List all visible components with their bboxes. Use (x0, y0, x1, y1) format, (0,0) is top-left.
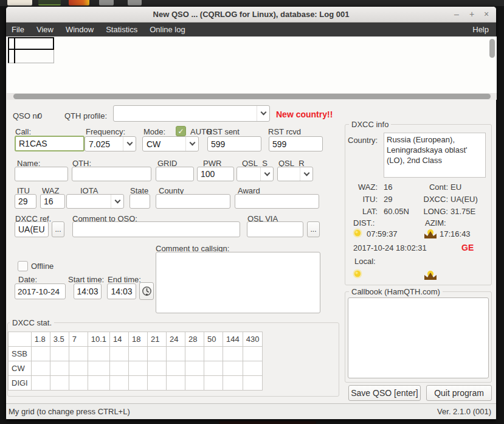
county-input[interactable] (156, 194, 230, 209)
clock-icon (142, 286, 152, 296)
save-qso-button[interactable]: Save QSO [enter] (348, 385, 421, 401)
qsl-s-combobox[interactable] (236, 167, 274, 181)
rst-sent-input[interactable] (207, 136, 261, 151)
log-grid-area[interactable] (7, 36, 497, 93)
menu-item-window[interactable]: Window (66, 25, 94, 34)
comment-qso-input[interactable] (72, 221, 240, 237)
stat-cell (204, 376, 223, 391)
h-scroll-thumb[interactable] (13, 94, 491, 99)
taskbar-icon-3[interactable] (69, 0, 89, 5)
mode-combobox[interactable]: CW (142, 136, 199, 151)
itu-input[interactable] (15, 194, 36, 209)
status-left: My grid (to change press CTRL+L) (6, 407, 130, 416)
waz-input[interactable] (40, 194, 65, 209)
dxcc-stat-title: DXCC stat. (10, 318, 54, 327)
menu-item-help[interactable]: Help (472, 25, 489, 34)
horizontal-scrollbar[interactable] (7, 93, 497, 100)
maximize-button[interactable]: + (466, 9, 477, 20)
waz-info-value: 16 (384, 182, 392, 192)
start-time-input[interactable] (74, 283, 102, 299)
qso-nr-label: QSO nr. (13, 111, 41, 120)
stat-cell (69, 376, 88, 391)
titlebar[interactable]: New QSO ... (CQRLOG for Linux), database… (6, 7, 496, 23)
waz-info-label: WAZ: (341, 182, 378, 192)
stat-cell (88, 361, 109, 376)
pwr-input[interactable] (197, 167, 234, 181)
offline-checkbox[interactable]: ✓ (18, 261, 28, 271)
minimize-button[interactable]: – (451, 9, 462, 20)
stat-cell (88, 376, 109, 391)
qth-input[interactable] (72, 167, 151, 181)
stat-cell (243, 361, 263, 376)
stat-cell (110, 347, 129, 361)
grid-input[interactable] (156, 167, 194, 181)
frequency-label: Frequency: (86, 127, 125, 136)
menu-item-view[interactable]: View (36, 25, 54, 34)
close-button[interactable]: × (481, 9, 492, 20)
band-header: 14 (110, 332, 129, 347)
lat-label: LAT: (341, 207, 378, 216)
stat-cell (110, 376, 129, 391)
status-right: Ver. 2.1.0 (001) (437, 407, 496, 416)
name-input[interactable] (15, 167, 68, 181)
stat-cell (69, 347, 88, 361)
time-picker-button[interactable] (139, 282, 154, 300)
itu-info-value: 29 (384, 195, 392, 204)
qsl-via-input[interactable] (247, 221, 303, 237)
country-box: Russia (European), Leningradskaya oblast… (384, 133, 486, 178)
end-time-input[interactable] (107, 283, 136, 299)
stat-cell (185, 361, 204, 376)
auto-checkbox[interactable]: ✓ (176, 126, 186, 136)
country-label: Country: (348, 136, 378, 145)
stat-cell (50, 376, 69, 391)
statusbar: My grid (to change press CTRL+L) Ver. 2.… (6, 403, 496, 419)
comment-callsign-textarea[interactable] (156, 252, 320, 313)
date-label: Date: (18, 275, 37, 284)
band-header: 3.5 (50, 332, 69, 347)
menu-item-file[interactable]: File (12, 25, 24, 34)
date-input[interactable] (15, 283, 66, 299)
stat-cell (50, 347, 69, 361)
quit-program-button[interactable]: Quit program (426, 385, 492, 401)
stat-cell (129, 376, 148, 391)
stat-cell (129, 347, 148, 361)
qsl-r-combobox[interactable] (277, 167, 313, 181)
lat-value: 60.05N (384, 207, 409, 216)
local-sunrise-icon (352, 268, 363, 279)
menu-item-statistics[interactable]: Statistics (106, 25, 137, 34)
qth-profile-combobox[interactable] (113, 105, 270, 122)
sunset-time: 17:16:43 (440, 229, 471, 238)
dxcc-info-title: DXCC info (349, 120, 391, 129)
iota-combobox[interactable] (66, 194, 124, 209)
dxcc-ref-input[interactable] (15, 221, 49, 237)
stat-cell (243, 376, 263, 391)
long-label: LONG: (412, 207, 448, 216)
stat-cell (31, 361, 50, 376)
frequency-combobox[interactable]: 7.025 (85, 136, 136, 151)
state-input[interactable] (129, 194, 150, 209)
call-input[interactable] (15, 136, 85, 151)
dxcc-label: DXCC: (412, 195, 448, 204)
stat-cell (110, 361, 129, 376)
stat-cell (31, 347, 50, 361)
flag-code: GE (461, 243, 474, 252)
stat-cell (243, 347, 263, 361)
rst-rcvd-label: RST rcvd (268, 127, 301, 136)
award-input[interactable] (235, 194, 319, 209)
taskbar-icon-4[interactable] (99, 0, 114, 5)
callbook-title: Callbook (HamQTH.com) (349, 287, 443, 296)
chevron-down-icon (185, 137, 198, 151)
qsl-via-browse-button[interactable]: ... (307, 221, 320, 237)
vertical-scrollbar[interactable] (489, 39, 495, 58)
chevron-down-icon (123, 137, 136, 151)
check-icon: ✓ (178, 128, 184, 135)
mode-header: SSB (9, 347, 32, 361)
taskbar-icon-2[interactable] (38, 0, 61, 5)
dist-label: DIST.: (353, 218, 375, 228)
taskbar-icon-1[interactable] (7, 0, 32, 5)
dxcc-ref-browse-button[interactable]: ... (52, 221, 64, 237)
rst-sent-label: RST sent (207, 127, 240, 136)
menu-item-online-log[interactable]: Online log (150, 25, 185, 34)
rst-rcvd-input[interactable] (269, 136, 323, 151)
taskbar-icon-5[interactable] (128, 0, 142, 5)
